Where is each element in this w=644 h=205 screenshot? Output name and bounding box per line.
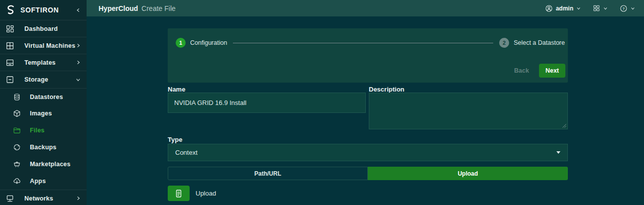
- name-input[interactable]: [168, 93, 366, 113]
- sidebar-logo-row[interactable]: SOFTIRON: [0, 0, 87, 20]
- sync-icon: [13, 143, 21, 151]
- chevron-right-icon: [76, 43, 81, 48]
- sidebar-item-virtual-machines[interactable]: Virtual Machines: [0, 37, 87, 54]
- name-label: Name: [168, 86, 185, 93]
- description-label: Description: [369, 86, 405, 93]
- networks-icon: [5, 194, 14, 203]
- sidebar-item-label: Virtual Machines: [24, 42, 76, 49]
- dashboard-icon: [5, 24, 14, 33]
- step-2-badge: 2: [499, 38, 509, 48]
- sidebar-item-marketplaces[interactable]: Marketplaces: [0, 156, 87, 173]
- wizard-stepper: 1 Configuration 2 Select a Datastore: [176, 38, 565, 48]
- sidebar-item-label: Marketplaces: [30, 161, 81, 168]
- cloud-download-icon: [13, 177, 21, 185]
- sidebar-item-templates[interactable]: Templates: [0, 54, 87, 71]
- upload-file-button[interactable]: [168, 186, 190, 201]
- sidebar-item-apps[interactable]: Apps: [0, 173, 87, 190]
- type-select-value: Context: [175, 149, 556, 156]
- user-icon: [545, 4, 553, 12]
- step-2-label: Select a Datastore: [514, 39, 565, 46]
- upload-row: Upload: [168, 186, 216, 201]
- chevron-down-icon: [76, 78, 81, 82]
- sidebar-item-networks[interactable]: Networks: [0, 190, 87, 205]
- folder-icon: [13, 126, 21, 134]
- upload-caption: Upload: [196, 190, 216, 197]
- chevron-down-icon: [631, 6, 635, 10]
- description-input[interactable]: [369, 93, 568, 129]
- caret-down-icon: [556, 151, 560, 154]
- sidebar-collapse-icon[interactable]: [76, 8, 81, 12]
- templates-icon: [5, 58, 14, 67]
- sidebar-item-storage[interactable]: Storage: [0, 71, 87, 88]
- header-actions: admin ?: [545, 4, 635, 12]
- storage-icon: [5, 75, 14, 84]
- user-label: admin: [556, 5, 573, 12]
- sidebar-item-label: Backups: [30, 144, 81, 151]
- basket-icon: [13, 160, 21, 168]
- type-select[interactable]: Context: [168, 144, 568, 161]
- sidebar-item-datastores[interactable]: Datastores: [0, 88, 87, 105]
- brand-title: HyperCloud: [99, 4, 138, 12]
- sidebar-item-files[interactable]: Files: [0, 122, 87, 139]
- step-select-datastore[interactable]: 2 Select a Datastore: [499, 38, 565, 48]
- grid-icon: [593, 4, 600, 12]
- next-button[interactable]: Next: [539, 64, 565, 78]
- description-field-wrap: [369, 93, 568, 129]
- help-icon: ?: [620, 4, 628, 12]
- sidebar-item-label: Files: [30, 127, 81, 134]
- images-icon: [13, 109, 21, 117]
- sidebar-item-dashboard[interactable]: Dashboard: [0, 20, 87, 37]
- svg-text:?: ?: [623, 6, 625, 10]
- sidebar: SOFTIRON Dashboard Virtual Machines Temp…: [0, 0, 87, 205]
- main-content: 1 Configuration 2 Select a Datastore Bac…: [87, 16, 644, 205]
- step-1-badge: 1: [176, 38, 186, 48]
- sidebar-item-backups[interactable]: Backups: [0, 139, 87, 156]
- top-header-bar: HyperCloud Create File admin ?: [87, 0, 644, 16]
- chevron-right-icon: [76, 196, 81, 201]
- user-menu[interactable]: admin: [545, 4, 581, 12]
- back-button[interactable]: Back: [514, 67, 529, 74]
- help-menu[interactable]: ?: [620, 4, 635, 12]
- step-configuration[interactable]: 1 Configuration: [176, 38, 227, 48]
- tab-path-url[interactable]: Path/URL: [168, 167, 368, 180]
- sidebar-item-label: Datastores: [30, 94, 81, 101]
- step-1-label: Configuration: [190, 39, 227, 46]
- stepper-connector-line: [233, 43, 493, 43]
- sidebar-item-label: Dashboard: [24, 25, 81, 32]
- type-label: Type: [168, 136, 182, 143]
- logo-text: SOFTIRON: [20, 6, 76, 14]
- softiron-logo-icon: [5, 4, 16, 15]
- document-icon: [174, 189, 183, 198]
- sidebar-item-label: Apps: [30, 178, 81, 185]
- tab-upload[interactable]: Upload: [368, 167, 568, 180]
- wizard-actions: Back Next: [514, 64, 565, 78]
- wizard-card: 1 Configuration 2 Select a Datastore Bac…: [168, 28, 568, 83]
- apps-menu[interactable]: [593, 4, 608, 12]
- chevron-down-icon: [603, 6, 608, 10]
- chevron-down-icon: [576, 6, 581, 10]
- sidebar-item-label: Networks: [24, 195, 76, 202]
- chevron-right-icon: [76, 60, 81, 65]
- sidebar-item-label: Templates: [24, 59, 76, 66]
- virtual-machines-icon: [5, 41, 14, 50]
- sidebar-item-images[interactable]: Images: [0, 105, 87, 122]
- page-title: Create File: [141, 4, 544, 12]
- sidebar-item-label: Storage: [24, 76, 76, 83]
- sidebar-item-label: Images: [30, 110, 81, 117]
- datastores-icon: [13, 93, 21, 101]
- source-tabs: Path/URL Upload: [168, 167, 568, 180]
